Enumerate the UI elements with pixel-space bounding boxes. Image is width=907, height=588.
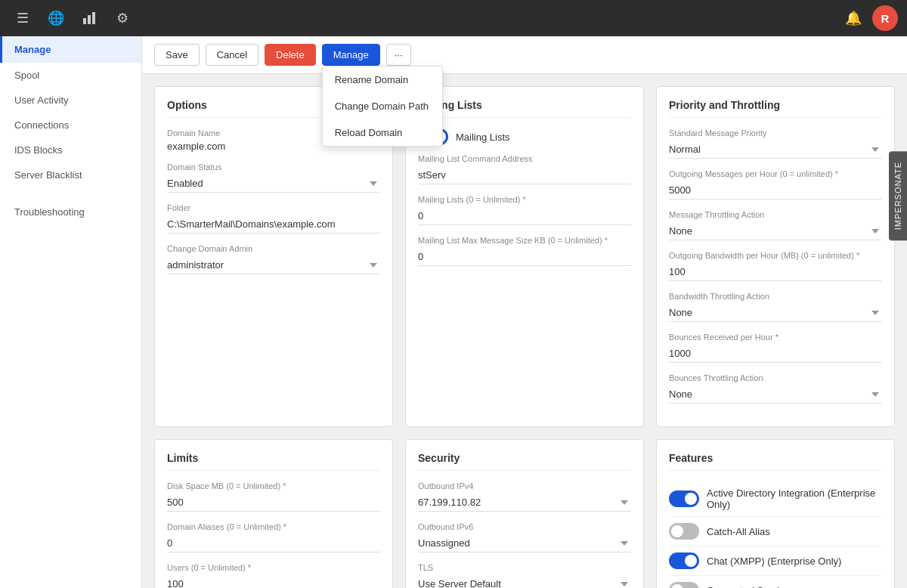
priority-throttling-title: Priority and Throttling [669, 99, 882, 118]
domain-aliases-field: Domain Aliases (0 = Unlimited) * [167, 522, 380, 552]
dropdown-menu: Rename Domain Change Domain Path Reload … [322, 66, 443, 147]
mailing-lists-count-input[interactable] [418, 207, 631, 225]
bounces-per-hour-field: Bounces Received per Hour * [669, 333, 882, 363]
bounces-per-hour-label: Bounces Received per Hour * [669, 333, 882, 342]
bounces-throttle-field: Bounces Throttling Action None [669, 373, 882, 404]
outbound-ipv6-label: Outbound IPv6 [418, 522, 631, 531]
notification-bell-icon[interactable]: 🔔 [840, 5, 866, 31]
mailing-lists-toggle-label: Mailing Lists [456, 132, 510, 143]
disk-space-label: Disk Space MB (0 = Unlimited) * [167, 481, 380, 491]
priority-throttling-card: Priority and Throttling Standard Message… [656, 86, 895, 427]
folder-input[interactable] [167, 215, 380, 234]
feature-row-active-directory: Active Directory Integration (Enterprise… [669, 481, 882, 517]
svg-rect-0 [83, 18, 86, 24]
bounces-per-hour-input[interactable] [669, 345, 882, 363]
top-nav: ☰ 🌐 ⚙ 🔔 R [0, 0, 907, 36]
sidebar-item-spool[interactable]: Spool [0, 63, 141, 88]
cancel-button[interactable]: Cancel [206, 44, 258, 66]
mailing-lists-count-field: Mailing Lists (0 = Unlimited) * [418, 195, 631, 225]
mailing-max-message-input[interactable] [418, 248, 631, 266]
std-priority-select[interactable]: Normal High Low [669, 141, 882, 159]
mailing-lists-count-label: Mailing Lists (0 = Unlimited) * [418, 195, 631, 204]
chat-xmpp-toggle[interactable] [669, 552, 699, 569]
sidebar-item-server-blacklist[interactable]: Server Blacklist [0, 162, 141, 187]
domain-status-label: Domain Status [167, 162, 380, 172]
outbound-ipv6-select[interactable]: Unassigned [418, 534, 631, 552]
catch-all-toggle[interactable] [669, 523, 699, 540]
features-title: Features [669, 452, 882, 471]
change-domain-path-item[interactable]: Change Domain Path [323, 93, 442, 119]
menu-icon[interactable]: ☰ [9, 5, 36, 32]
domain-status-field: Domain Status Enabled Disabled [167, 162, 380, 193]
domain-admin-select[interactable]: administrator [167, 256, 380, 274]
reload-domain-item[interactable]: Reload Domain [323, 119, 442, 146]
std-priority-label: Standard Message Priority [669, 128, 882, 138]
outbound-ipv4-select[interactable]: 67.199.110.82 [418, 494, 631, 512]
globe-icon[interactable]: 🌐 [42, 5, 70, 32]
catch-all-label: Catch-All Alias [707, 526, 770, 537]
domain-aliases-input[interactable] [167, 534, 380, 552]
toolbar: Save Cancel Delete Manage Rename Domain … [142, 36, 907, 74]
avatar[interactable]: R [872, 5, 898, 31]
connected-services-toggle[interactable] [669, 582, 699, 588]
folder-label: Folder [167, 203, 380, 212]
chart-icon[interactable] [76, 5, 103, 32]
security-card: Security Outbound IPv4 67.199.110.82 Out… [405, 439, 644, 588]
mailing-max-message-field: Mailing List Max Message Size KB (0 = Un… [418, 236, 631, 266]
manage-dropdown-wrapper: Manage Rename Domain Change Domain Path … [322, 44, 380, 66]
outbound-ipv4-field: Outbound IPv4 67.199.110.82 [418, 481, 631, 512]
active-directory-label: Active Directory Integration (Enterprise… [707, 487, 882, 510]
domain-status-select[interactable]: Enabled Disabled [167, 175, 380, 193]
save-button[interactable]: Save [154, 44, 200, 66]
bw-throttle-select[interactable]: None [669, 304, 882, 322]
users-label: Users (0 = Unlimited) * [167, 563, 380, 572]
domain-admin-label: Change Domain Admin [167, 244, 380, 253]
outbound-ipv4-label: Outbound IPv4 [418, 481, 631, 491]
msg-throttle-select[interactable]: None [669, 222, 882, 240]
feature-row-connected-services: Connected Services [669, 576, 882, 588]
features-card: Features Active Directory Integration (E… [656, 439, 895, 588]
users-field: Users (0 = Unlimited) * [167, 563, 380, 588]
folder-field: Folder [167, 203, 380, 234]
sidebar-item-manage[interactable]: Manage [0, 36, 141, 63]
msg-throttle-label: Message Throttling Action [669, 210, 882, 219]
security-title: Security [418, 452, 631, 471]
mailing-max-message-label: Mailing List Max Message Size KB (0 = Un… [418, 236, 631, 245]
delete-button[interactable]: Delete [265, 44, 316, 66]
command-address-field: Mailing List Command Address [418, 154, 631, 184]
content-grid: Options Domain Name example.com Domain S… [142, 74, 907, 588]
sidebar-item-ids-blocks[interactable]: IDS Blocks [0, 138, 141, 162]
more-button[interactable]: ··· [386, 44, 411, 66]
outgoing-bw-label: Outgoing Bandwidth per Hour (MB) (0 = un… [669, 251, 882, 260]
svg-rect-1 [88, 15, 91, 24]
outgoing-per-hour-input[interactable] [669, 181, 882, 200]
mailing-lists-title: Mailing Lists [418, 99, 631, 118]
outbound-ipv6-field: Outbound IPv6 Unassigned [418, 522, 631, 552]
rename-domain-item[interactable]: Rename Domain [323, 67, 442, 93]
impersonate-bar[interactable]: IMPERSONATE [889, 151, 907, 240]
sidebar-item-user-activity[interactable]: User Activity [0, 88, 141, 113]
disk-space-input[interactable] [167, 494, 380, 512]
std-priority-field: Standard Message Priority Normal High Lo… [669, 128, 882, 159]
sidebar-item-connections[interactable]: Connections [0, 113, 141, 138]
tls-select[interactable]: Use Server Default [418, 575, 631, 588]
outgoing-bw-field: Outgoing Bandwidth per Hour (MB) (0 = un… [669, 251, 882, 281]
main-content: Save Cancel Delete Manage Rename Domain … [142, 36, 907, 588]
feature-row-catch-all: Catch-All Alias [669, 517, 882, 546]
users-input[interactable] [167, 575, 380, 588]
command-address-input[interactable] [418, 166, 631, 184]
sidebar-item-troubleshooting[interactable]: Troubleshooting [0, 200, 141, 224]
command-address-label: Mailing List Command Address [418, 154, 631, 163]
tls-label: TLS [418, 563, 631, 572]
outgoing-bw-input[interactable] [669, 263, 882, 281]
outgoing-per-hour-label: Outgoing Messages per Hour (0 = unlimite… [669, 169, 882, 178]
limits-card: Limits Disk Space MB (0 = Unlimited) * D… [154, 439, 393, 588]
sidebar: Manage Spool User Activity Connections I… [0, 36, 142, 588]
msg-throttle-field: Message Throttling Action None [669, 210, 882, 240]
bw-throttle-field: Bandwidth Throttling Action None [669, 292, 882, 322]
manage-button[interactable]: Manage [322, 44, 380, 66]
gear-icon[interactable]: ⚙ [109, 5, 136, 32]
bounces-throttle-select[interactable]: None [669, 385, 882, 404]
tls-field: TLS Use Server Default [418, 563, 631, 588]
active-directory-toggle[interactable] [669, 491, 699, 507]
